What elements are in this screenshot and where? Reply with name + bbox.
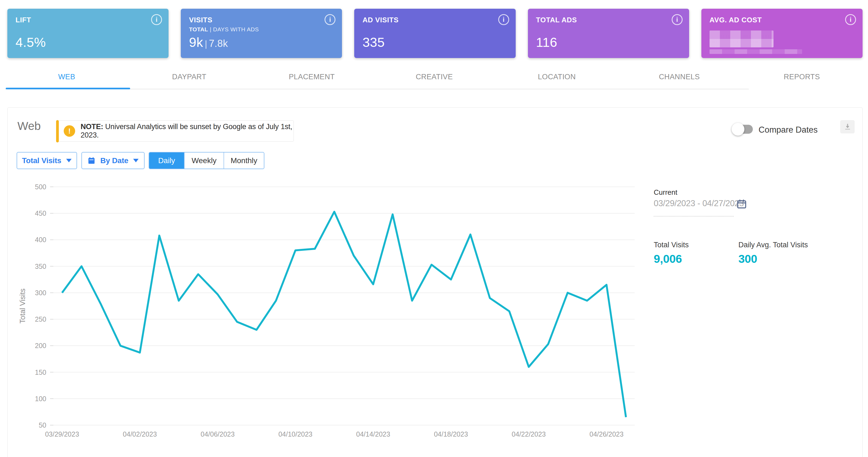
kpi-card-row: LIFT 4.5% i VISITS TOTAL | DAYS WITH ADS…: [7, 9, 863, 58]
kpi-value: 116: [536, 35, 557, 50]
granularity-weekly-button[interactable]: Weekly: [184, 153, 223, 169]
svg-text:04/14/2023: 04/14/2023: [356, 430, 390, 438]
web-panel: Web ! NOTE: Universal Analytics will be …: [7, 107, 863, 457]
tab-reports[interactable]: REPORTS: [741, 69, 863, 85]
current-period-label: Current: [654, 188, 677, 196]
kpi-label: AVG. AD COST: [710, 16, 855, 24]
main-tabbar: WEB DAYPART PLACEMENT CREATIVE LOCATION …: [5, 69, 863, 85]
kpi-value: 9k|7.8k: [189, 35, 228, 50]
info-icon[interactable]: i: [672, 14, 683, 25]
info-icon[interactable]: i: [498, 14, 509, 25]
svg-text:Total Visits: Total Visits: [19, 288, 27, 324]
svg-text:04/22/2023: 04/22/2023: [512, 430, 546, 438]
svg-text:04/26/2023: 04/26/2023: [589, 430, 623, 438]
active-tab-indicator: [6, 88, 130, 89]
svg-text:300: 300: [35, 289, 46, 297]
kpi-label: VISITS: [189, 16, 334, 24]
date-range-value[interactable]: 03/29/2023 - 04/27/2023: [654, 199, 744, 208]
kpi-value-primary: 9k: [189, 35, 203, 50]
svg-text:200: 200: [35, 342, 46, 349]
granularity-switcher: Daily Weekly Monthly: [149, 152, 265, 169]
note-text-body: Universal Analytics will be sunset by Go…: [81, 123, 292, 139]
redacted-value-blur-strip: [710, 49, 802, 54]
compare-dates-toggle[interactable]: [734, 125, 753, 134]
kpi-sublabel-days: DAYS WITH ADS: [213, 26, 259, 32]
tab-location[interactable]: LOCATION: [496, 69, 618, 85]
chevron-down-icon: [66, 159, 72, 162]
kpi-card-ad-visits: AD VISITS 335 i: [354, 9, 516, 58]
kpi-sublabel-sep: |: [210, 26, 212, 32]
kpi-card-visits: VISITS TOTAL | DAYS WITH ADS 9k|7.8k i: [181, 9, 342, 58]
chevron-down-icon: [133, 159, 138, 162]
svg-text:450: 450: [35, 209, 46, 217]
note-accent-bar: [56, 120, 59, 143]
daily-avg-stat-value: 300: [738, 252, 757, 266]
svg-text:500: 500: [35, 183, 46, 191]
info-icon[interactable]: i: [845, 14, 856, 25]
calendar-icon: [87, 157, 96, 165]
kpi-card-lift: LIFT 4.5% i: [7, 9, 168, 58]
redacted-value-blur: [710, 31, 774, 48]
svg-text:04/18/2023: 04/18/2023: [434, 430, 468, 438]
kpi-sublabel-total: TOTAL: [189, 26, 208, 32]
date-range-calendar-icon[interactable]: [736, 199, 747, 209]
kpi-card-total-ads: TOTAL ADS 116 i: [528, 9, 689, 58]
date-mode-dropdown-label: By Date: [100, 156, 128, 165]
daily-avg-stat-label: Daily Avg. Total Visits: [738, 241, 808, 249]
svg-text:04/10/2023: 04/10/2023: [278, 430, 312, 438]
toggle-knob[interactable]: [732, 123, 744, 135]
tab-channels[interactable]: CHANNELS: [618, 69, 741, 85]
svg-text:150: 150: [35, 368, 46, 376]
kpi-label: LIFT: [16, 16, 160, 24]
compare-dates-label: Compare Dates: [758, 125, 818, 135]
date-mode-dropdown[interactable]: By Date: [82, 152, 145, 169]
info-icon[interactable]: i: [151, 14, 162, 25]
svg-text:04/02/2023: 04/02/2023: [123, 430, 157, 438]
tab-creative[interactable]: CREATIVE: [373, 69, 496, 85]
note-text: NOTE: Universal Analytics will be sunset…: [81, 123, 293, 140]
kpi-sublabel: TOTAL | DAYS WITH ADS: [189, 26, 334, 33]
download-icon: [843, 123, 852, 131]
svg-text:250: 250: [35, 315, 46, 323]
ua-sunset-note: ! NOTE: Universal Analytics will be suns…: [56, 120, 294, 142]
download-button[interactable]: [840, 120, 855, 133]
total-visits-stat-label: Total Visits: [654, 241, 689, 249]
info-icon[interactable]: i: [324, 14, 335, 25]
kpi-label: AD VISITS: [362, 16, 507, 24]
svg-text:100: 100: [35, 395, 46, 402]
total-visits-stat-value: 9,006: [654, 252, 682, 266]
svg-text:04/06/2023: 04/06/2023: [201, 430, 235, 438]
granularity-monthly-button[interactable]: Monthly: [223, 153, 264, 169]
svg-text:03/29/2023: 03/29/2023: [45, 430, 79, 438]
kpi-value-secondary: 7.8k: [209, 38, 228, 49]
alert-icon: !: [64, 125, 75, 137]
svg-text:350: 350: [35, 263, 46, 270]
kpi-card-avg-ad-cost: AVG. AD COST i: [701, 9, 863, 58]
svg-text:400: 400: [35, 236, 46, 243]
metric-dropdown[interactable]: Total Visits: [17, 152, 77, 169]
kpi-label: TOTAL ADS: [536, 16, 681, 24]
tab-daypart[interactable]: DAYPART: [128, 69, 250, 85]
page-title: Web: [18, 120, 41, 133]
total-visits-line-chart: 5004504003503002502001501005003/29/20230…: [8, 181, 661, 451]
kpi-value: 4.5%: [16, 35, 46, 50]
granularity-daily-button[interactable]: Daily: [149, 153, 184, 169]
metric-dropdown-label: Total Visits: [22, 156, 61, 165]
note-text-bold: NOTE:: [81, 123, 103, 131]
kpi-value: 335: [362, 35, 385, 50]
kpi-value-sep: |: [203, 38, 209, 49]
date-range-underline: [654, 216, 734, 216]
tab-placement[interactable]: PLACEMENT: [250, 69, 373, 85]
svg-text:50: 50: [39, 421, 46, 429]
tab-web[interactable]: WEB: [5, 69, 128, 85]
